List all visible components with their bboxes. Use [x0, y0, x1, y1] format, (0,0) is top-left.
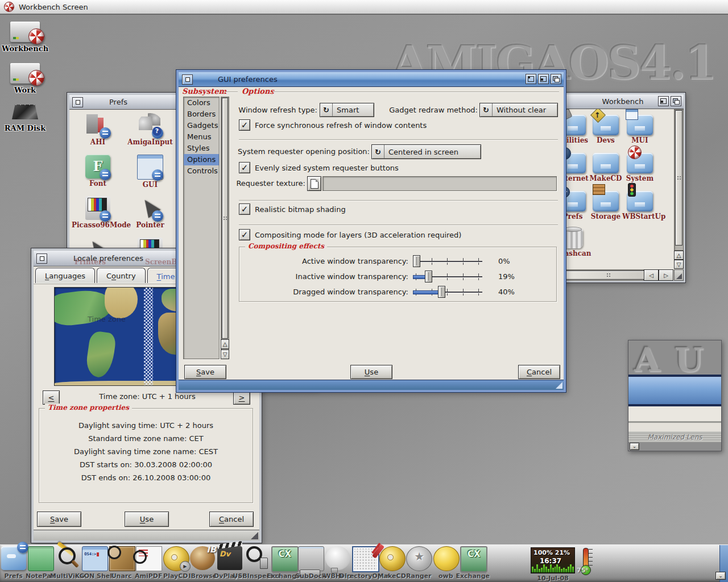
resize-handle[interactable]: [251, 532, 258, 539]
scroll-up-icon[interactable]: △: [674, 251, 684, 260]
gadget-redraw-cycle[interactable]: ↻ Without clear: [479, 103, 558, 117]
horizontal-scrollbar[interactable]: [562, 269, 644, 281]
wb-icon-internet[interactable]: Internet: [562, 153, 589, 191]
zoom-icon[interactable]: [658, 96, 669, 106]
dragged-transparency-value: 40%: [498, 288, 526, 296]
save-button[interactable]: Save: [184, 365, 226, 379]
dragged-transparency-slider[interactable]: [413, 285, 482, 299]
dock-item-kcon-shell[interactable]: OS4:> KCON Shell: [81, 545, 109, 580]
subsystem-item-controls[interactable]: Controls: [184, 165, 219, 177]
prefs-icon-ahi[interactable]: AHI: [72, 112, 124, 153]
prefs-tool-icon: [85, 113, 110, 137]
scroll-up-icon[interactable]: △: [221, 339, 229, 349]
vertical-scrollbar[interactable]: [674, 109, 684, 251]
dock-item-playcd[interactable]: PlayCD: [162, 545, 189, 580]
dock-item-unarc[interactable]: Unarc: [108, 545, 135, 580]
realistic-shading-checkbox[interactable]: ✓: [239, 203, 250, 215]
maximized-lens-window[interactable]: AU Maximized Lens ⌄: [628, 340, 722, 451]
screen-titlebar[interactable]: Workbench Screen: [0, 0, 728, 15]
cancel-button[interactable]: Cancel: [209, 512, 254, 527]
compositing-mode-checkbox[interactable]: ✓: [239, 229, 250, 240]
subsystem-item-options[interactable]: Options: [184, 154, 219, 165]
requester-position-cycle[interactable]: ↻ Centered in screen: [371, 144, 481, 159]
use-button[interactable]: Use: [125, 512, 169, 527]
use-button[interactable]: Use: [350, 365, 392, 379]
slider-knob[interactable]: [413, 255, 420, 267]
file-icon: [311, 179, 318, 189]
amidock: Prefs NotePad MultiView OS4:> KCO: [0, 544, 728, 582]
wb-icon-trashcan[interactable]: Trashcan: [562, 229, 589, 267]
scroll-left-icon[interactable]: ◁: [644, 269, 659, 281]
resize-handle[interactable]: [556, 382, 562, 389]
dock-item-usbinspector[interactable]: USBInspector: [243, 545, 271, 580]
desktop-icon-work[interactable]: Work: [0, 63, 50, 94]
dock-item-exchange[interactable]: CX Exchange: [270, 545, 297, 580]
tab-country[interactable]: Country: [97, 268, 146, 283]
scrollbar-thumb[interactable]: [675, 110, 682, 246]
dock-item-exchange-2[interactable]: CX Exchange: [460, 545, 487, 580]
subsystem-scrollbar[interactable]: △ ▽: [221, 97, 229, 359]
scroll-right-icon[interactable]: ▷: [659, 269, 673, 281]
prefs-icon-font[interactable]: F Font: [72, 153, 124, 195]
wb-icon-devs[interactable]: Devs: [589, 115, 622, 153]
prefs-window-title: Prefs: [109, 98, 127, 106]
subsystem-item-gadgets[interactable]: Gadgets: [184, 120, 219, 131]
prefs-icon-amigainput[interactable]: ? AmigaInput: [124, 112, 176, 153]
wb-icon-prefs[interactable]: Prefs: [562, 191, 589, 229]
inactive-transparency-slider[interactable]: [413, 270, 482, 284]
dock-item-ranger[interactable]: Ranger: [406, 545, 433, 580]
timezone-prev-button[interactable]: <: [43, 390, 60, 405]
dock-item-owb[interactable]: owb: [432, 545, 460, 580]
resize-handle[interactable]: [674, 269, 684, 281]
close-icon[interactable]: [72, 97, 83, 107]
wb-icon-wbstartup[interactable]: WBStartUp: [622, 191, 657, 229]
close-icon[interactable]: [36, 253, 47, 264]
timezone-next-button[interactable]: >: [233, 390, 250, 405]
wb-icon-storage[interactable]: Storage: [589, 191, 622, 229]
zoom-icon[interactable]: [538, 74, 549, 84]
desktop-icon-ram-disk[interactable]: RAM Disk: [0, 105, 50, 132]
dock-icon: [406, 546, 431, 570]
dock-item-prefs[interactable]: Prefs: [0, 545, 27, 580]
dock-item-makecd[interactable]: MakeCD: [378, 545, 406, 580]
active-transparency-slider[interactable]: [413, 255, 482, 268]
scroll-down-icon[interactable]: ▽: [674, 260, 684, 269]
prefs-icon-picasso96mode[interactable]: Picasso96Mode: [72, 195, 124, 236]
dock-item-subdock[interactable]: SubDock: [297, 545, 325, 580]
window-refresh-cycle[interactable]: ↻ Smart: [320, 103, 374, 117]
dock-item-amipdf[interactable]: AmiPDF: [135, 545, 163, 580]
depth-icon[interactable]: [671, 96, 681, 106]
subsystem-item-menus[interactable]: Menus: [184, 131, 219, 143]
dock-collapse-button[interactable]: ⌄: [715, 572, 726, 580]
requester-texture-file-button[interactable]: [307, 176, 321, 191]
save-button[interactable]: Save: [37, 512, 81, 527]
force-sync-checkbox[interactable]: ✓: [239, 119, 250, 131]
system-monitor[interactable]: 100% 21% 16:37: [531, 547, 575, 573]
prefs-icon-label: Picasso96Mode: [72, 221, 124, 229]
slider-knob[interactable]: [438, 286, 445, 298]
evenly-sized-checkbox[interactable]: ✓: [239, 162, 250, 173]
scrollbar-thumb[interactable]: [222, 98, 228, 339]
prefs-icon-gui[interactable]: GUI: [124, 153, 176, 195]
gui-titlebar[interactable]: GUI preferences: [179, 72, 564, 87]
scrollbar-thumb[interactable]: [563, 271, 654, 280]
scroll-down-icon[interactable]: ▽: [221, 350, 229, 359]
slider-knob[interactable]: [425, 271, 432, 282]
lens-collapse-button[interactable]: ⌄: [630, 443, 639, 450]
dock-item-directoryopus[interactable]: DirectoryOpus: [351, 545, 379, 580]
desktop-icon-workbench[interactable]: Workbench: [0, 22, 50, 53]
depth-icon[interactable]: [551, 74, 561, 84]
close-icon[interactable]: [182, 74, 193, 85]
subsystem-list[interactable]: Colors Borders Gadgets Menus Styles Opti…: [183, 97, 220, 359]
prefs-icon-pointer[interactable]: Pointer: [124, 195, 176, 236]
cancel-button[interactable]: Cancel: [518, 365, 560, 379]
iconify-icon[interactable]: [526, 74, 536, 84]
dock-icon: [298, 546, 323, 570]
gui-preferences-window[interactable]: GUI preferences Subsystem Colors Borders…: [176, 70, 566, 392]
wb-icon-mui[interactable]: MUI: [622, 115, 657, 153]
requester-texture-field[interactable]: [322, 176, 557, 191]
workbench-window[interactable]: Workbench Utilities Devs MUI: [560, 93, 685, 282]
dock-item-ibrowse[interactable]: IB IBrowse: [189, 545, 217, 580]
workbench-titlebar[interactable]: Workbench: [562, 94, 684, 109]
tab-languages[interactable]: Languages: [35, 268, 95, 283]
